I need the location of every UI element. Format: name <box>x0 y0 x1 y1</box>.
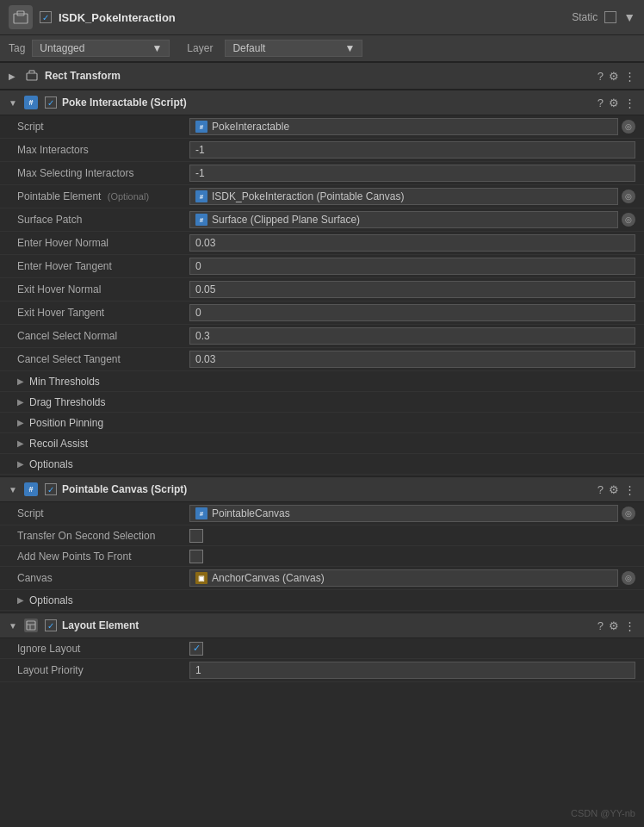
cancel-select-tangent-value-container: 0.03 <box>189 351 635 368</box>
ignore-layout-checkbox[interactable]: ✓ <box>189 642 203 656</box>
pointable-canvas-help[interactable]: ? <box>598 483 604 496</box>
pointable-canvas-arrow: ▼ <box>9 485 19 494</box>
enter-hover-tangent-label: Enter Hover Tangent <box>17 260 189 272</box>
layout-element-enabled[interactable]: ✓ <box>45 619 57 631</box>
surface-patch-field[interactable]: # Surface (Clipped Plane Surface) <box>189 211 618 228</box>
pointable-canvas-header[interactable]: ▼ # ✓ Pointable Canvas (Script) ? ⚙ ⋮ <box>0 476 644 502</box>
game-object-icon <box>9 5 33 29</box>
pointable-canvas-hash-icon: # <box>24 482 38 496</box>
enter-hover-normal-label: Enter Hover Normal <box>17 237 189 249</box>
rect-transform-icon <box>24 68 40 84</box>
surface-patch-label: Surface Patch <box>17 214 189 226</box>
max-selecting-value-container: -1 <box>189 165 635 182</box>
poke-interactable-arrow: ▼ <box>9 98 19 108</box>
pointable-element-value-container: # ISDK_PokeInteraction (Pointable Canvas… <box>189 188 635 205</box>
surface-patch-row: Surface Patch # Surface (Clipped Plane S… <box>0 208 644 232</box>
pc-script-field-icon: # <box>195 507 207 519</box>
exit-hover-normal-row: Exit Hover Normal 0.05 <box>0 278 644 302</box>
min-thresholds-label: Min Thresholds <box>29 376 100 388</box>
position-pinning-arrow: ▶ <box>17 418 24 427</box>
max-selecting-field[interactable]: -1 <box>189 165 635 182</box>
poke-optionals-group[interactable]: ▶ Optionals <box>0 454 644 475</box>
transfer-second-selection-row: Transfer On Second Selection <box>0 525 644 546</box>
pointable-canvas-menu[interactable]: ⋮ <box>624 483 635 496</box>
add-points-front-checkbox[interactable] <box>189 550 203 563</box>
layout-priority-field[interactable]: 1 <box>189 662 635 679</box>
pointable-element-field[interactable]: # ISDK_PokeInteraction (Pointable Canvas… <box>189 188 618 205</box>
layer-dropdown[interactable]: Default ▼ <box>225 40 362 57</box>
exit-hover-tangent-field[interactable]: 0 <box>189 304 635 321</box>
rect-transform-header[interactable]: ▶ Rect Transform ? ⚙ ⋮ <box>0 62 644 90</box>
pc-script-circle-btn[interactable]: ◎ <box>622 507 635 520</box>
pc-optionals-group[interactable]: ▶ Optionals <box>0 590 644 611</box>
cancel-select-tangent-field[interactable]: 0.03 <box>189 351 635 368</box>
min-thresholds-arrow: ▶ <box>17 376 24 386</box>
max-interactors-field[interactable]: -1 <box>189 141 635 159</box>
max-interactors-value-container: -1 <box>189 141 635 159</box>
max-selecting-label: Max Selecting Interactors <box>17 167 189 179</box>
rect-transform-title: Rect Transform <box>45 70 592 82</box>
position-pinning-group[interactable]: ▶ Position Pinning <box>0 413 644 433</box>
rect-transform-menu[interactable]: ⋮ <box>624 70 635 83</box>
enter-hover-normal-field[interactable]: 0.03 <box>189 234 635 252</box>
exit-hover-normal-field[interactable]: 0.05 <box>189 281 635 298</box>
static-dropdown-arrow[interactable]: ▼ <box>623 10 635 24</box>
poke-interactable-enabled[interactable]: ✓ <box>45 96 57 109</box>
layout-element-settings[interactable]: ⚙ <box>609 619 619 632</box>
pointable-canvas-settings[interactable]: ⚙ <box>609 483 619 496</box>
add-points-front-value <box>189 550 635 563</box>
pointable-canvas-enabled[interactable]: ✓ <box>45 483 57 495</box>
canvas-field[interactable]: ▣ AnchorCanvas (Canvas) <box>189 569 618 587</box>
layout-element-icons: ? ⚙ ⋮ <box>598 619 635 632</box>
max-selecting-row: Max Selecting Interactors -1 <box>0 162 644 185</box>
recoil-assist-arrow: ▶ <box>17 438 24 448</box>
script-field[interactable]: # PokeInteractable <box>189 118 618 135</box>
ignore-layout-row: Ignore Layout ✓ <box>0 638 644 659</box>
max-interactors-row: Max Interactors -1 <box>0 139 644 162</box>
enter-hover-tangent-field[interactable]: 0 <box>189 258 635 275</box>
tag-dropdown[interactable]: Untagged ▼ <box>32 40 170 57</box>
pc-script-row: Script # PointableCanvas ◎ <box>0 502 644 525</box>
recoil-assist-group[interactable]: ▶ Recoil Assist <box>0 433 644 454</box>
transfer-second-selection-value <box>189 529 635 543</box>
add-points-front-label: Add New Points To Front <box>17 550 189 563</box>
pointable-canvas-body: Script # PointableCanvas ◎ Transfer On S… <box>0 502 644 611</box>
poke-interactable-header[interactable]: ▼ # ✓ Poke Interactable (Script) ? ⚙ ⋮ <box>0 90 644 115</box>
rect-transform-help[interactable]: ? <box>598 70 604 83</box>
pointable-optional: (Optional) <box>108 191 149 202</box>
layout-element-menu[interactable]: ⋮ <box>624 619 635 632</box>
poke-interactable-settings[interactable]: ⚙ <box>609 96 619 109</box>
transfer-second-selection-checkbox[interactable] <box>189 529 203 543</box>
surface-patch-circle-btn[interactable]: ◎ <box>622 213 635 227</box>
poke-interactable-menu[interactable]: ⋮ <box>624 96 635 109</box>
cancel-select-normal-field[interactable]: 0.3 <box>189 327 635 345</box>
script-circle-btn[interactable]: ◎ <box>622 120 635 134</box>
layout-element-help[interactable]: ? <box>598 619 604 632</box>
pc-script-value-container: # PointableCanvas ◎ <box>189 505 635 522</box>
pointable-element-circle-btn[interactable]: ◎ <box>622 190 635 203</box>
layout-element-header[interactable]: ▼ ✓ Layout Element ? ⚙ ⋮ <box>0 612 644 638</box>
rect-transform-icons: ? ⚙ ⋮ <box>598 70 635 83</box>
pc-optionals-label: Optionals <box>29 594 73 606</box>
go-active-checkbox[interactable]: ✓ <box>40 11 52 23</box>
cancel-select-tangent-row: Cancel Select Tangent 0.03 <box>0 348 644 371</box>
enter-hover-tangent-value-container: 0 <box>189 258 635 275</box>
exit-hover-tangent-label: Exit Hover Tangent <box>17 307 189 319</box>
exit-hover-normal-value-container: 0.05 <box>189 281 635 298</box>
pc-script-field[interactable]: # PointableCanvas <box>189 505 618 522</box>
svg-rect-2 <box>27 73 37 80</box>
max-interactors-label: Max Interactors <box>17 144 189 156</box>
poke-optionals-label: Optionals <box>29 458 73 470</box>
watermark: CSDN @YY-nb <box>571 808 635 818</box>
poke-interactable-icons: ? ⚙ ⋮ <box>598 96 635 109</box>
rect-transform-settings[interactable]: ⚙ <box>609 70 619 83</box>
drag-thresholds-group[interactable]: ▶ Drag Thresholds <box>0 392 644 413</box>
canvas-circle-btn[interactable]: ◎ <box>622 571 635 585</box>
surface-patch-value-container: # Surface (Clipped Plane Surface) ◎ <box>189 211 635 228</box>
min-thresholds-group[interactable]: ▶ Min Thresholds <box>0 371 644 392</box>
svg-rect-6 <box>27 621 35 630</box>
static-checkbox[interactable] <box>604 11 616 23</box>
exit-hover-tangent-value-container: 0 <box>189 304 635 321</box>
cancel-select-normal-value-container: 0.3 <box>189 327 635 345</box>
poke-interactable-help[interactable]: ? <box>598 96 604 109</box>
